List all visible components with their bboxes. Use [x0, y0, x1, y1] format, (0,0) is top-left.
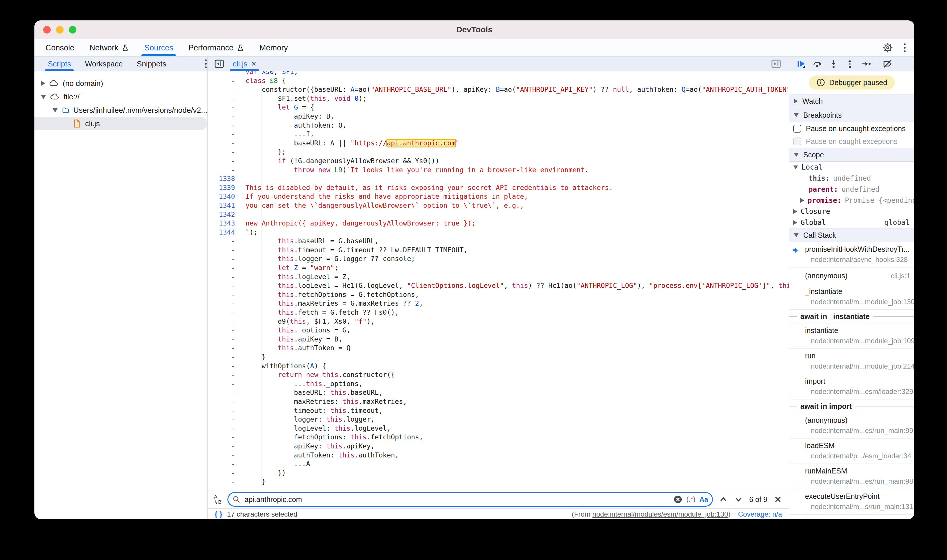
code-line[interactable]: - } [208, 477, 789, 486]
code-line[interactable]: - this._options = G, [208, 326, 789, 335]
callstack-frame[interactable]: _instantiatenode:internal/m...module_job… [789, 285, 915, 310]
tree-item-file-[interactable]: file:// [34, 90, 207, 103]
line-number[interactable]: - [208, 112, 241, 121]
replace-toggle-icon[interactable]: A↳B [214, 494, 222, 505]
code-line[interactable]: 1340If you understand the risks and have… [208, 192, 789, 201]
line-number[interactable]: 1339 [208, 183, 241, 192]
gear-icon[interactable] [883, 43, 893, 53]
checkbox-caught[interactable] [793, 137, 801, 145]
code-line[interactable]: - this.authToken = Q [208, 343, 789, 352]
scope-row-parent[interactable]: parent:undefined [789, 184, 915, 195]
clear-search-icon[interactable] [674, 495, 682, 504]
code-line[interactable]: - authToken: this.authToken, [208, 451, 789, 460]
section-scope[interactable]: Scope [789, 148, 915, 162]
line-number[interactable]: - [208, 317, 241, 326]
code-line[interactable]: - withOptions(A) { [208, 362, 789, 371]
scope-row-closure[interactable]: Closure [789, 206, 915, 217]
line-number[interactable]: - [208, 469, 241, 477]
line-number[interactable]: 1340 [208, 192, 241, 201]
step-over-icon[interactable] [809, 57, 825, 70]
minimize-window-button[interactable] [56, 26, 63, 34]
tree-item-users-jinhuilee-nvm-versions-node-v2-[interactable]: Users/jinhuilee/.nvm/versions/node/v2... [34, 103, 207, 117]
code-line[interactable]: - baseURL: this.baseURL, [208, 388, 789, 397]
scope-row-promise[interactable]: promise:Promise {<pending>} [789, 195, 915, 206]
regex-toggle[interactable]: (.*) [686, 495, 696, 503]
code-line[interactable]: - } [208, 352, 789, 362]
step-icon[interactable] [858, 57, 875, 70]
navigator-more-icon[interactable] [204, 58, 208, 69]
next-match-icon[interactable] [734, 495, 743, 504]
line-number[interactable]: - [208, 406, 241, 415]
callstack-frame[interactable]: runMainESMnode:internal/m...es/run_main:… [789, 464, 915, 489]
code-line[interactable]: -class $8 { [208, 76, 789, 85]
code-line[interactable]: - this.fetchOptions = G.fetchOptions, [208, 290, 789, 299]
line-number[interactable]: - [208, 121, 241, 130]
coverage-link[interactable]: Coverage: n/a [738, 510, 782, 518]
code-line[interactable]: - $F1.set(this, void 0); [208, 94, 789, 103]
disclosure-down-icon[interactable] [793, 166, 798, 169]
navigator-tab-snippets[interactable]: Snippets [130, 57, 173, 71]
pretty-print-icon[interactable]: { } [214, 510, 222, 518]
line-number[interactable]: 1341 [208, 201, 241, 210]
line-number[interactable]: - [208, 103, 241, 112]
line-number[interactable]: - [208, 370, 241, 379]
line-number[interactable]: - [208, 272, 241, 282]
callstack-frame[interactable]: importnode:internal/m...esm/loader:329 [789, 374, 915, 400]
step-out-icon[interactable] [842, 57, 858, 70]
search-input[interactable]: api.anthropic.com (.*) Aa [227, 492, 713, 507]
zoom-window-button[interactable] [69, 26, 76, 34]
code-line[interactable]: - }) [208, 469, 789, 477]
line-number[interactable]: - [208, 442, 241, 451]
line-number[interactable]: 1342 [208, 210, 241, 219]
code-line[interactable]: 1339This is disabled by default, as it r… [208, 183, 789, 192]
line-number[interactable]: - [208, 477, 241, 486]
more-options-icon[interactable] [903, 42, 907, 53]
code-line[interactable]: - maxRetries: this.maxRetries, [208, 397, 789, 406]
line-number[interactable]: - [208, 415, 241, 424]
callstack-frame[interactable]: loadESMnode:internal/p.../esm_loader:34 [789, 438, 915, 464]
code-line[interactable]: - o9(this, $F1, Xs0, "f"), [208, 317, 789, 326]
code-line[interactable]: - this.logLevel = Hc1(G.logLevel, "Clien… [208, 281, 789, 290]
show-sidebar-icon[interactable] [768, 57, 784, 70]
tree-item-cli-js[interactable]: cli.js [34, 117, 207, 130]
line-number[interactable]: - [208, 433, 241, 442]
pause-uncaught-row[interactable]: Pause on uncaught exceptions [789, 122, 915, 135]
line-number[interactable]: - [208, 94, 241, 103]
code-line[interactable]: - this.maxRetries = G.maxRetries ?? 2, [208, 299, 789, 308]
callstack-frame[interactable]: (anonymous)node:internal/m...es/run_main… [789, 413, 915, 438]
line-number[interactable]: - [208, 397, 241, 406]
line-number[interactable]: - [208, 362, 241, 371]
line-number[interactable]: 1344 [208, 228, 241, 237]
line-number[interactable]: - [208, 451, 241, 460]
tab-network[interactable]: Network [82, 39, 137, 56]
code-line[interactable]: - throw new L9(`It looks like you're run… [208, 166, 789, 174]
navigator-tab-scripts[interactable]: Scripts [41, 57, 78, 71]
code-line[interactable]: - timeout: this.timeout, [208, 406, 789, 415]
line-number[interactable]: - [208, 246, 241, 255]
callstack-frame[interactable]: (anonymous)cli.js:1 [789, 268, 915, 285]
deactivate-breakpoints-icon[interactable] [879, 57, 896, 70]
pause-caught-row[interactable]: Pause on caught exceptions [789, 135, 915, 148]
code-line[interactable]: - authToken: Q, [208, 121, 789, 130]
source-origin-link[interactable]: node:internal/modules/esm/module_job:130 [592, 510, 728, 518]
line-number[interactable]: - [208, 85, 241, 94]
code-line[interactable]: - if (!G.dangerouslyAllowBrowser && Ys0(… [208, 157, 789, 166]
line-number[interactable] [208, 71, 241, 76]
line-number[interactable]: - [208, 139, 241, 148]
code-line[interactable]: - let Z = "warn"; [208, 263, 789, 272]
code-line[interactable]: - apiKey: B, [208, 112, 789, 121]
line-number[interactable]: - [208, 166, 241, 174]
callstack-frame[interactable]: (anonymous)node:internal/m...main_module… [789, 515, 915, 519]
scope-row-this[interactable]: this:undefined [789, 173, 915, 184]
code-line[interactable]: - this.baseURL = G.baseURL, [208, 237, 789, 246]
code-line[interactable]: - ...this._options, [208, 379, 789, 388]
line-number[interactable]: - [208, 343, 241, 352]
code-line[interactable]: - ...I, [208, 130, 789, 139]
section-callstack[interactable]: Call Stack [789, 228, 915, 242]
line-number[interactable]: - [208, 335, 241, 344]
source-editor[interactable]: var Xs0, $F1;-class $8 {- constructor({b… [208, 71, 789, 490]
previous-match-icon[interactable] [719, 495, 728, 504]
line-number[interactable]: - [208, 157, 241, 166]
code-line[interactable]: 1342 [208, 210, 789, 219]
code-line[interactable]: - this.logLevel = Z, [208, 272, 789, 282]
